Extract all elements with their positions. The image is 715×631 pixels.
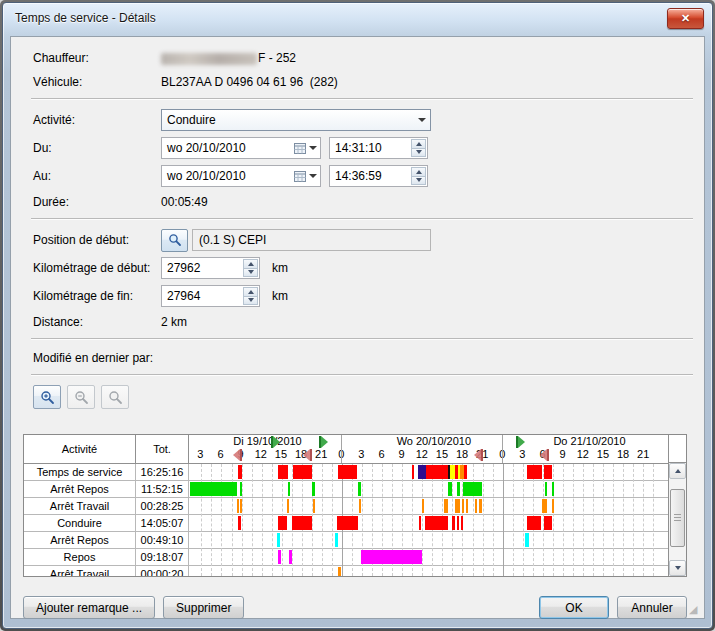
supprimer-button[interactable]: Supprimer [163,596,244,619]
ok-button[interactable]: OK [539,596,609,619]
timeline-gridline [613,464,614,576]
du-time-field[interactable]: 14:31:10 [329,137,428,159]
close-icon: ✕ [681,12,690,24]
spin-up-icon [248,262,254,266]
zoom-fit-button[interactable] [101,385,129,409]
activity-bar [358,482,361,496]
gantt-row-total: 11:52:15 [136,481,189,497]
activity-bar [359,499,361,513]
gantt-row-total: 16:25:16 [136,464,189,480]
activity-bar [278,516,287,530]
activity-bar [544,516,552,530]
spin-up-button[interactable] [243,287,258,296]
du-time-value: 14:31:10 [335,141,382,155]
au-time-field[interactable]: 14:36:59 [329,165,428,187]
zoom-in-icon [40,390,55,405]
timeline-gridline [262,464,263,576]
zoom-out-button[interactable] [67,385,95,409]
spin-up-icon [248,290,254,294]
km-fin-value: 27964 [167,289,200,303]
activity-bar [338,465,357,479]
chevron-down-icon[interactable] [309,146,317,150]
timeline-tick-label: 12 [416,448,428,460]
km-debut-value: 27962 [167,261,200,275]
activity-bar [190,482,237,496]
spin-up-button[interactable] [411,139,426,148]
activity-bar [542,499,547,513]
du-date-field[interactable]: wo 20/10/2010 [161,137,321,159]
activity-bar [552,499,555,513]
activity-bar [457,516,459,530]
activity-bar [426,465,448,479]
activity-bar [452,516,455,530]
separator [31,374,693,376]
au-label: Au: [33,169,161,183]
chevron-down-icon[interactable] [309,174,317,178]
timeline-gridline [483,464,484,576]
activity-bar [237,499,239,513]
km-fin-field[interactable]: 27964 [161,285,260,307]
column-header-activite: Activité [24,435,136,463]
timeline-gridline [563,464,564,576]
timeline-tick-label: 21 [315,448,327,460]
activity-bar [335,533,338,547]
resize-grip-icon[interactable] [689,603,702,616]
timeline-gridline [513,464,514,576]
vertical-scrollbar[interactable] [668,435,686,576]
scroll-up-icon [675,469,681,473]
km-debut-field[interactable]: 27962 [161,257,260,279]
du-date-value: wo 20/10/2010 [167,141,246,155]
timeline-gridline [272,464,273,576]
gantt-row-activity: Arrêt Travail [24,566,136,576]
activite-combobox[interactable]: Conduire [161,109,431,131]
spin-down-icon [248,298,254,302]
activity-bar [293,465,312,479]
spin-down-icon [416,178,422,182]
au-date-field[interactable]: wo 20/10/2010 [161,165,321,187]
close-button[interactable]: ✕ [667,8,704,29]
scroll-up-button[interactable] [669,463,686,479]
timeline-tick-label: 6 [217,448,223,460]
spin-up-button[interactable] [411,167,426,176]
ajouter-remarque-button[interactable]: Ajouter remarque ... [23,596,155,619]
spin-down-button[interactable] [411,176,426,186]
activity-bar [287,499,289,513]
day-boundary-line [341,435,342,463]
timeline-end-marker-icon [473,449,483,461]
gantt-row-activity: Arrêt Travail [24,498,136,514]
timeline-gridline [252,464,253,576]
scroll-down-button[interactable] [669,560,686,576]
activity-bar [462,499,464,513]
scrollbar-track[interactable] [669,479,686,560]
activity-bar [527,465,542,479]
activity-bar [545,482,547,496]
timeline-grid-overlay [190,464,668,576]
spin-down-button[interactable] [411,148,426,158]
km-debut-unit: km [272,261,288,275]
timeline-gridline [242,464,243,576]
timeline-gridline [583,464,584,576]
spin-up-button[interactable] [243,259,258,268]
title-bar[interactable]: Temps de service - Détails [3,3,712,33]
zoom-toolbar [33,385,704,409]
timeline-tick-label: 15 [597,448,609,460]
activity-timeline-chart: Activité Tot. Di 19/10/2010Wo 20/10/2010… [23,434,687,577]
timeline-gridline [422,464,423,576]
activity-bar [278,550,281,564]
activity-bar [238,465,241,479]
activity-bar [338,567,341,576]
spin-down-button[interactable] [243,268,258,278]
timeline-gridline [553,464,554,576]
gantt-row-total: 14:05:07 [136,515,189,531]
zoom-in-button[interactable] [33,385,61,409]
timeline-gridline [332,464,333,576]
position-search-button[interactable] [161,229,188,252]
scrollbar-thumb[interactable] [670,489,685,547]
activity-bar [448,482,451,496]
gantt-row-total: 09:18:07 [136,549,189,565]
timeline-start-marker-icon [516,436,526,448]
spin-down-button[interactable] [243,296,258,306]
timeline-tick-label: 3 [358,448,364,460]
annuler-button[interactable]: Annuler [617,596,687,619]
redacted-name [161,53,257,65]
